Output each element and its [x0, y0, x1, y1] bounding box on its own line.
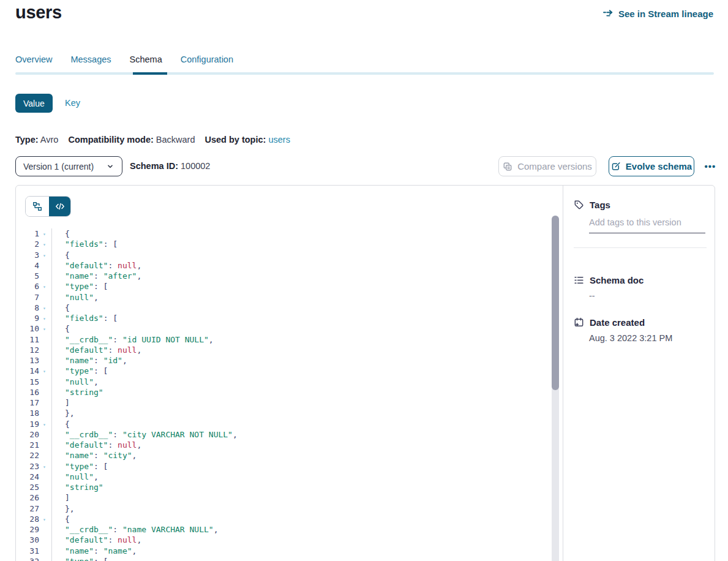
code-line: 5 "name": "after",: [16, 271, 550, 281]
code-text: "type": [: [51, 281, 108, 292]
collapse-spacer: [39, 497, 50, 499]
collapse-spacer: [39, 391, 50, 393]
code-line: 8▾ {: [16, 303, 550, 313]
date-created-title: Date created: [590, 317, 645, 328]
type-label: Type:: [15, 135, 39, 145]
schema-id-value: 100002: [181, 161, 210, 171]
collapse-spacer: [39, 529, 50, 530]
collapse-toggle-icon[interactable]: ▾: [39, 252, 50, 258]
line-number: 8: [16, 303, 39, 312]
tab-configuration[interactable]: Configuration: [181, 55, 233, 69]
value-toggle-button[interactable]: Value: [15, 94, 53, 113]
calendar-plus-icon: [574, 317, 584, 328]
code-text: "__crdb__": "id UUID NOT NULL",: [51, 334, 214, 345]
version-select[interactable]: Version 1 (current): [15, 156, 122, 176]
code-text: {: [51, 514, 70, 524]
code-line: 15 "null",: [16, 377, 550, 387]
line-number: 16: [16, 388, 39, 397]
add-tags-input[interactable]: [589, 217, 705, 233]
collapse-toggle-icon[interactable]: ▾: [39, 421, 50, 427]
line-number: 32: [16, 557, 39, 561]
code-line: 21 "default": null,: [16, 440, 550, 450]
code-line: 30 "default": null,: [16, 535, 550, 545]
code-editor-lines: 1▾{2▾ "fields": [3▾ {4 "default": null,5…: [16, 228, 550, 561]
code-text: "null",: [51, 472, 99, 482]
line-number: 18: [16, 409, 39, 418]
collapse-toggle-icon[interactable]: ▾: [39, 230, 50, 237]
code-line: 24 "null",: [16, 472, 550, 482]
code-line: 18 },: [16, 408, 550, 418]
line-number: 3: [16, 250, 39, 260]
code-line: 17 ]: [16, 397, 550, 408]
tab-messages[interactable]: Messages: [70, 55, 111, 69]
collapse-spacer: [39, 339, 50, 340]
code-text: },: [51, 408, 75, 418]
topic-link[interactable]: users: [268, 135, 290, 145]
code-line: 29 "__crdb__": "name VARCHAR NULL",: [16, 524, 550, 535]
collapse-toggle-icon[interactable]: ▾: [39, 463, 50, 470]
code-text: "fields": [: [51, 313, 118, 323]
code-line: 9▾ "fields": [: [16, 313, 550, 323]
line-number: 29: [16, 525, 39, 534]
line-number: 17: [16, 398, 39, 407]
collapse-spacer: [39, 434, 50, 435]
collapse-spacer: [39, 550, 50, 551]
code-text: ]: [51, 492, 70, 503]
code-view-button[interactable]: [49, 197, 70, 216]
line-number: 26: [16, 493, 39, 502]
type-value: Avro: [40, 135, 59, 145]
code-text: "type": [: [51, 556, 108, 561]
line-number: 25: [16, 483, 39, 492]
evolve-schema-button[interactable]: Evolve schema: [609, 156, 694, 176]
collapse-spacer: [39, 445, 50, 446]
code-text: "string": [51, 387, 103, 397]
compat-label: Compatibility mode:: [68, 135, 153, 145]
more-actions-button[interactable]: •••: [700, 156, 721, 176]
line-number: 10: [16, 324, 39, 333]
code-line: 6▾ "type": [: [16, 281, 550, 292]
collapse-toggle-icon[interactable]: ▾: [39, 325, 50, 332]
code-line: 31 "name": "name",: [16, 546, 550, 556]
code-text: {: [51, 303, 70, 313]
line-number: 31: [16, 546, 39, 555]
key-toggle-button[interactable]: Key: [61, 94, 84, 113]
tree-view-button[interactable]: [26, 197, 49, 216]
line-number: 15: [16, 377, 39, 386]
line-number: 23: [16, 462, 39, 471]
compare-versions-button[interactable]: Compare versions: [498, 156, 596, 176]
line-number: 28: [16, 514, 39, 524]
code-text: {: [51, 228, 70, 239]
code-view-icon: [55, 201, 65, 211]
tab-overview[interactable]: Overview: [15, 55, 52, 69]
line-number: 7: [16, 293, 39, 302]
code-line: 27 },: [16, 503, 550, 514]
line-number: 12: [16, 345, 39, 355]
stream-lineage-label: See in Stream lineage: [618, 9, 713, 19]
code-line: 14▾ "type": [: [16, 366, 550, 376]
collapse-toggle-icon[interactable]: ▾: [39, 283, 50, 290]
collapse-toggle-icon[interactable]: ▾: [39, 558, 50, 561]
code-line: 12 "default": null,: [16, 345, 550, 355]
collapse-toggle-icon[interactable]: ▾: [39, 304, 50, 311]
evolve-schema-icon: [611, 162, 621, 171]
collapse-toggle-icon[interactable]: ▾: [39, 516, 50, 522]
tab-underline-track: [15, 72, 714, 75]
tab-bar: Overview Messages Schema Configuration: [15, 55, 233, 69]
line-number: 20: [16, 430, 39, 439]
code-text: "null",: [51, 292, 99, 303]
stream-lineage-link[interactable]: See in Stream lineage: [603, 9, 713, 19]
collapse-toggle-icon[interactable]: ▾: [39, 241, 50, 247]
stream-lineage-icon: [603, 10, 614, 18]
code-text: {: [51, 250, 70, 260]
collapse-toggle-icon[interactable]: ▾: [39, 315, 50, 322]
code-text: "default": null,: [51, 440, 141, 450]
code-scrollbar-thumb[interactable]: [552, 216, 559, 390]
schema-panel: 1▾{2▾ "fields": [3▾ {4 "default": null,5…: [15, 185, 715, 561]
collapse-spacer: [39, 476, 50, 477]
code-text: "default": null,: [51, 345, 141, 355]
code-line: 28▾ {: [16, 514, 550, 524]
page-title: users: [15, 2, 62, 23]
collapse-toggle-icon[interactable]: ▾: [39, 367, 50, 374]
tab-schema[interactable]: Schema: [130, 55, 162, 69]
code-text: "default": null,: [51, 535, 141, 545]
